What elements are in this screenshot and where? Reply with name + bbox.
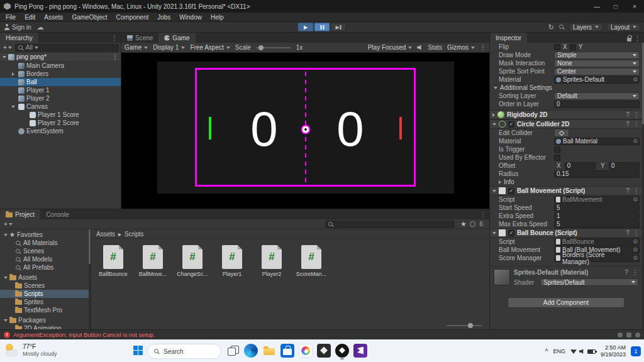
tab-project[interactable]: Project <box>0 209 40 219</box>
ball-bounce-header[interactable]: ✓ Ball Bounce (Script) ? ⋮ <box>490 228 642 238</box>
tree-scrollbar[interactable] <box>89 229 91 329</box>
order-in-layer-field[interactable]: 0 <box>554 101 640 108</box>
visual-studio-icon[interactable] <box>353 344 367 358</box>
menu-gameobject[interactable]: GameObject <box>67 14 111 21</box>
favorite-all-models[interactable]: All Models <box>0 255 91 263</box>
kebab-menu-icon[interactable]: ⋮ <box>632 269 638 276</box>
object-picker-icon[interactable]: ⊙ <box>633 239 638 244</box>
foldout-open-icon[interactable] <box>492 123 496 126</box>
menu-help[interactable]: Help <box>206 14 228 21</box>
start-speed-field[interactable]: 5 <box>554 204 640 212</box>
play-focused-dropdown[interactable]: Play Focused <box>368 44 413 51</box>
tab-hierarchy[interactable]: Hierarchy <box>0 33 38 43</box>
shader-dropdown[interactable]: Sprites/Default <box>540 278 638 286</box>
collab-status-icon[interactable] <box>635 332 640 337</box>
start-button[interactable] <box>133 346 143 355</box>
slider-thumb[interactable] <box>468 323 473 328</box>
component-enabled-checkbox[interactable]: ✓ <box>508 188 514 194</box>
asset-script-ballmovement[interactable]: # BallMove... <box>137 245 169 277</box>
folder-scenes[interactable]: Scenes <box>0 282 91 290</box>
pause-button[interactable] <box>314 23 330 31</box>
edge-browser-icon[interactable] <box>244 344 258 358</box>
breadcrumb-assets[interactable]: Assets <box>96 231 115 238</box>
foldout-open-icon[interactable] <box>4 319 8 322</box>
collider-material-field[interactable]: Ball Material ⊙ <box>554 138 640 145</box>
object-picker-icon[interactable]: ⊙ <box>633 138 638 144</box>
layout-dropdown[interactable]: Layout <box>607 23 640 31</box>
offset-x-field[interactable]: 0 <box>565 162 596 170</box>
offset-y-field[interactable]: 0 <box>609 162 640 170</box>
script-object-field[interactable]: BallBounce ⊙ <box>554 238 640 246</box>
asset-script-scoremanager[interactable]: # ScoreMan... <box>296 245 327 277</box>
kebab-menu-icon[interactable]: ⋮ <box>480 211 486 218</box>
tab-game[interactable]: Game <box>158 33 195 43</box>
status-bar[interactable]: ! ArgumentException: Input Button Cancel… <box>0 329 644 339</box>
unity-editor-icon[interactable] <box>335 344 349 358</box>
minimize-button[interactable]: — <box>587 0 606 13</box>
layers-dropdown[interactable]: Layers <box>569 23 602 31</box>
game-view[interactable]: 0 0 <box>121 53 489 209</box>
background-tasks-icon[interactable] <box>626 332 631 337</box>
search-icon[interactable] <box>558 24 565 30</box>
favorite-all-materials[interactable]: All Materials <box>0 239 91 247</box>
create-asset-button[interactable]: + <box>3 221 14 228</box>
file-explorer-icon[interactable] <box>262 344 276 358</box>
folder-scripts[interactable]: Scripts <box>0 290 91 298</box>
kebab-menu-icon[interactable]: ⋮ <box>633 187 640 194</box>
kebab-menu-icon[interactable]: ⋮ <box>480 44 486 51</box>
mask-interaction-dropdown[interactable]: None <box>554 60 640 67</box>
breadcrumb-scripts[interactable]: Scripts <box>125 231 144 238</box>
rigidbody-2d-header[interactable]: Rigidbody 2D ? ⋮ <box>490 110 642 119</box>
kebab-menu-icon[interactable]: ⋮ <box>635 35 641 41</box>
object-picker-icon[interactable]: ⊙ <box>633 77 638 82</box>
script-object-field[interactable]: BallMovement ⊙ <box>554 196 640 204</box>
step-button[interactable]: ▶ <box>331 23 347 31</box>
asset-script-changescene[interactable]: # ChangeSc... <box>177 245 208 277</box>
object-picker-icon[interactable]: ⊙ <box>633 255 638 261</box>
add-component-button[interactable]: Add Component <box>508 297 625 308</box>
gizmos-dropdown[interactable]: Gizmos <box>447 44 475 51</box>
scene-header-row[interactable]: ping pong* ⋮ <box>0 53 121 62</box>
component-enabled-checkbox[interactable]: ✓ <box>508 121 514 128</box>
language-indicator[interactable]: ENG <box>553 348 565 354</box>
kebab-menu-icon[interactable]: ⋮ <box>633 111 640 118</box>
clock[interactable]: 2:50 AM 9/19/2023 <box>601 344 626 359</box>
hierarchy-item-player-2[interactable]: Player 2 <box>0 94 121 102</box>
folder-textmesh-pro[interactable]: TextMesh Pro <box>0 306 91 314</box>
play-button[interactable]: ▶ <box>298 23 314 31</box>
hidden-icons-chevron[interactable]: ^ <box>545 348 548 355</box>
draw-mode-dropdown[interactable]: Simple <box>554 52 640 59</box>
foldout-open-icon[interactable] <box>4 277 8 279</box>
game-mode-dropdown[interactable]: Game <box>125 44 148 51</box>
maximize-button[interactable]: □ <box>606 0 625 13</box>
kebab-menu-icon[interactable]: ⋮ <box>633 121 640 128</box>
stats-button[interactable]: Stats <box>428 44 442 51</box>
menu-component[interactable]: Component <box>112 14 153 21</box>
kebab-menu-icon[interactable]: ⋮ <box>633 229 640 236</box>
tab-scene[interactable]: Scene <box>121 33 158 43</box>
foldout-open-icon[interactable] <box>11 106 15 108</box>
create-object-button[interactable]: + <box>2 44 13 51</box>
object-picker-icon[interactable]: ⊙ <box>633 197 638 202</box>
sign-in-button[interactable]: Sign in <box>4 24 31 31</box>
hierarchy-item-player-1-score[interactable]: Player 1 Score <box>0 111 121 119</box>
score-manager-field[interactable]: Borders (Score Manager) ⊙ <box>554 255 640 262</box>
hierarchy-item-ball[interactable]: Ball <box>0 78 121 86</box>
is-trigger-checkbox[interactable] <box>554 146 560 153</box>
foldout-closed-icon[interactable] <box>492 113 495 117</box>
tab-console[interactable]: Console <box>40 209 75 219</box>
package-2d-animation[interactable]: 2D Animation <box>0 324 91 329</box>
lock-icon[interactable] <box>627 38 631 41</box>
display-dropdown[interactable]: Display 1 <box>153 44 185 51</box>
radius-field[interactable]: 0.15 <box>554 170 640 178</box>
photos-app-icon[interactable] <box>299 344 313 358</box>
project-search-input[interactable] <box>325 221 454 228</box>
menu-window[interactable]: Window <box>175 14 206 21</box>
hierarchy-item-player-1[interactable]: Player 1 <box>0 86 121 94</box>
weather-widget[interactable]: 77°F Mostly cloudy <box>4 343 57 358</box>
hierarchy-item-main-camera[interactable]: Main Camera <box>0 62 121 70</box>
favorites-filter-icon[interactable] <box>460 221 466 227</box>
help-icon[interactable]: ? <box>625 111 631 118</box>
tab-inspector[interactable]: Inspector <box>490 33 527 43</box>
asset-script-player2[interactable]: # Player2 <box>256 245 287 277</box>
